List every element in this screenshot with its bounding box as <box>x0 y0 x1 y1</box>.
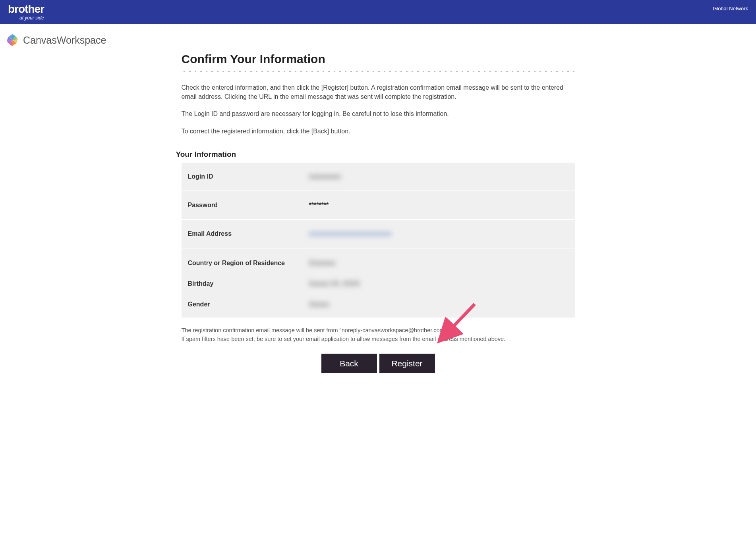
info-row-password: Password ******** <box>182 191 575 219</box>
top-bar: brother at your side Global Network <box>0 0 756 24</box>
back-button[interactable]: Back <box>321 354 377 373</box>
label-gender: Gender <box>188 301 309 308</box>
global-network-link[interactable]: Global Network <box>713 6 748 12</box>
info-block-password: Password ******** <box>182 191 575 219</box>
info-row-email: Email Address xxxxxxxxxxxxxxxxxxxxxxxxxx <box>182 220 575 248</box>
app-header: CanvasWorkspace <box>0 24 756 51</box>
pinwheel-icon <box>6 33 19 47</box>
main-content: Confirm Your Information Check the enter… <box>182 51 575 373</box>
info-block-email: Email Address xxxxxxxxxxxxxxxxxxxxxxxxxx <box>182 220 575 248</box>
instruction-2: The Login ID and password are necessary … <box>182 109 575 118</box>
page-title: Confirm Your Information <box>182 52 575 66</box>
button-row: Back Register <box>182 354 575 373</box>
info-block-login: Login ID xxxxxxxxxx <box>182 163 575 191</box>
register-button[interactable]: Register <box>379 354 435 373</box>
info-block-personal: Country or Region of Residence Xxxxxxxx … <box>182 248 575 318</box>
value-email: xxxxxxxxxxxxxxxxxxxxxxxxxx <box>309 230 392 237</box>
value-country: Xxxxxxxx <box>309 260 336 267</box>
info-row-gender: Gender Xxxxxx <box>182 295 575 318</box>
label-birthday: Birthday <box>188 280 309 287</box>
brother-logo: brother at your side <box>8 4 44 20</box>
value-login-id: xxxxxxxxxx <box>309 173 341 180</box>
brand-tagline: at your side <box>19 15 44 20</box>
instructions: Check the entered information, and then … <box>182 83 575 136</box>
footnote-line-2: If spam filters have been set, be sure t… <box>182 335 575 344</box>
info-row-birthday: Birthday Xxxxxx XX, XXXX <box>182 274 575 295</box>
brand-text: brother <box>8 4 44 15</box>
label-password: Password <box>188 202 309 209</box>
label-email: Email Address <box>188 230 309 237</box>
value-password: ******** <box>309 202 329 209</box>
value-birthday: Xxxxxx XX, XXXX <box>309 280 360 287</box>
value-gender: Xxxxxx <box>309 301 329 308</box>
instruction-1: Check the entered information, and then … <box>182 83 575 101</box>
footnote-line-1: The registration confirmation email mess… <box>182 326 575 335</box>
footnote: The registration confirmation email mess… <box>182 326 575 344</box>
app-title: CanvasWorkspace <box>23 35 106 46</box>
label-country: Country or Region of Residence <box>188 260 309 267</box>
instruction-3: To correct the registered information, c… <box>182 127 575 136</box>
info-row-login-id: Login ID xxxxxxxxxx <box>182 163 575 191</box>
dotted-divider <box>182 71 575 73</box>
label-login-id: Login ID <box>188 173 309 180</box>
section-title: Your Information <box>176 150 575 159</box>
info-row-country: Country or Region of Residence Xxxxxxxx <box>182 248 575 274</box>
